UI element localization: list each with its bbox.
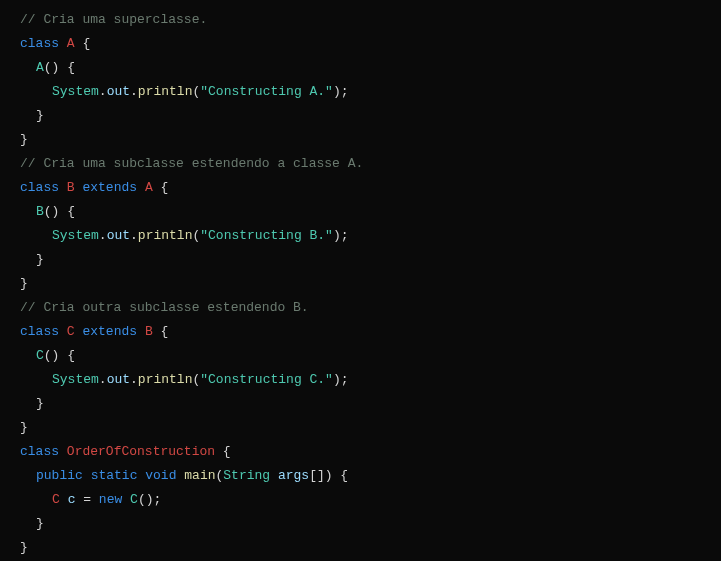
- code-block: // Cria uma superclasse.class A {A() {Sy…: [20, 8, 721, 560]
- code-line: }: [20, 248, 721, 272]
- code-token: B: [145, 324, 153, 339]
- code-line: class A {: [20, 32, 721, 56]
- code-token: out: [107, 84, 130, 99]
- code-token: System: [52, 84, 99, 99]
- code-token: C: [36, 348, 44, 363]
- code-token: {: [153, 180, 169, 195]
- code-token: void: [145, 468, 176, 483]
- code-token: public: [36, 468, 83, 483]
- code-token: B: [36, 204, 44, 219]
- code-line: class C extends B {: [20, 320, 721, 344]
- code-line: // Cria outra subclasse estendendo B.: [20, 296, 721, 320]
- code-line: class OrderOfConstruction {: [20, 440, 721, 464]
- code-token: [59, 324, 67, 339]
- code-line: }: [20, 128, 721, 152]
- code-token: () {: [44, 348, 75, 363]
- code-token: .: [99, 228, 107, 243]
- code-token: [270, 468, 278, 483]
- code-token: .: [130, 372, 138, 387]
- code-token: C: [130, 492, 138, 507]
- code-token: []) {: [309, 468, 348, 483]
- code-token: class: [20, 324, 59, 339]
- code-token: );: [333, 228, 349, 243]
- code-token: static: [91, 468, 138, 483]
- code-line: }: [20, 536, 721, 560]
- code-token: () {: [44, 60, 75, 75]
- code-line: }: [20, 416, 721, 440]
- code-token: // Cria outra subclasse estendendo B.: [20, 300, 309, 315]
- code-token: [83, 468, 91, 483]
- code-token: }: [36, 252, 44, 267]
- code-token: println: [138, 372, 193, 387]
- code-token: class: [20, 180, 59, 195]
- code-token: out: [107, 228, 130, 243]
- code-token: "Constructing C.": [200, 372, 333, 387]
- code-token: main: [184, 468, 215, 483]
- code-token: extends: [82, 180, 137, 195]
- code-token: .: [130, 228, 138, 243]
- code-token: B: [67, 180, 75, 195]
- code-token: );: [333, 84, 349, 99]
- code-line: System.out.println("Constructing C.");: [20, 368, 721, 392]
- code-line: }: [20, 272, 721, 296]
- code-token: // Cria uma superclasse.: [20, 12, 207, 27]
- code-line: A() {: [20, 56, 721, 80]
- code-token: System: [52, 228, 99, 243]
- code-token: {: [153, 324, 169, 339]
- code-token: }: [36, 396, 44, 411]
- code-token: [122, 492, 130, 507]
- code-token: OrderOfConstruction: [67, 444, 215, 459]
- code-token: [59, 180, 67, 195]
- code-token: ();: [138, 492, 161, 507]
- code-line: public static void main(String args[]) {: [20, 464, 721, 488]
- code-token: println: [138, 84, 193, 99]
- code-token: .: [130, 84, 138, 99]
- code-token: [60, 492, 68, 507]
- code-token: new: [99, 492, 122, 507]
- code-token: .: [99, 372, 107, 387]
- code-token: [59, 444, 67, 459]
- code-token: {: [75, 36, 91, 51]
- code-token: }: [20, 276, 28, 291]
- code-line: C c = new C();: [20, 488, 721, 512]
- code-line: System.out.println("Constructing A.");: [20, 80, 721, 104]
- code-line: C() {: [20, 344, 721, 368]
- code-token: }: [36, 108, 44, 123]
- code-token: [59, 36, 67, 51]
- code-token: // Cria uma subclasse estendendo a class…: [20, 156, 363, 171]
- code-token: A: [36, 60, 44, 75]
- code-token: class: [20, 444, 59, 459]
- code-token: A: [145, 180, 153, 195]
- code-token: "Constructing B.": [200, 228, 333, 243]
- code-token: println: [138, 228, 193, 243]
- code-line: // Cria uma superclasse.: [20, 8, 721, 32]
- code-token: C: [67, 324, 75, 339]
- code-line: // Cria uma subclasse estendendo a class…: [20, 152, 721, 176]
- code-token: args: [278, 468, 309, 483]
- code-token: out: [107, 372, 130, 387]
- code-token: }: [20, 420, 28, 435]
- code-line: }: [20, 392, 721, 416]
- code-token: [137, 180, 145, 195]
- code-line: }: [20, 512, 721, 536]
- code-line: }: [20, 104, 721, 128]
- code-token: extends: [82, 324, 137, 339]
- code-token: );: [333, 372, 349, 387]
- code-line: class B extends A {: [20, 176, 721, 200]
- code-token: [137, 324, 145, 339]
- code-token: .: [99, 84, 107, 99]
- code-token: =: [75, 492, 98, 507]
- code-token: "Constructing A.": [200, 84, 333, 99]
- code-line: B() {: [20, 200, 721, 224]
- code-token: class: [20, 36, 59, 51]
- code-token: A: [67, 36, 75, 51]
- code-token: }: [20, 132, 28, 147]
- code-token: C: [52, 492, 60, 507]
- code-token: System: [52, 372, 99, 387]
- code-token: String: [223, 468, 270, 483]
- code-line: System.out.println("Constructing B.");: [20, 224, 721, 248]
- code-token: {: [215, 444, 231, 459]
- code-token: () {: [44, 204, 75, 219]
- code-token: }: [36, 516, 44, 531]
- code-token: }: [20, 540, 28, 555]
